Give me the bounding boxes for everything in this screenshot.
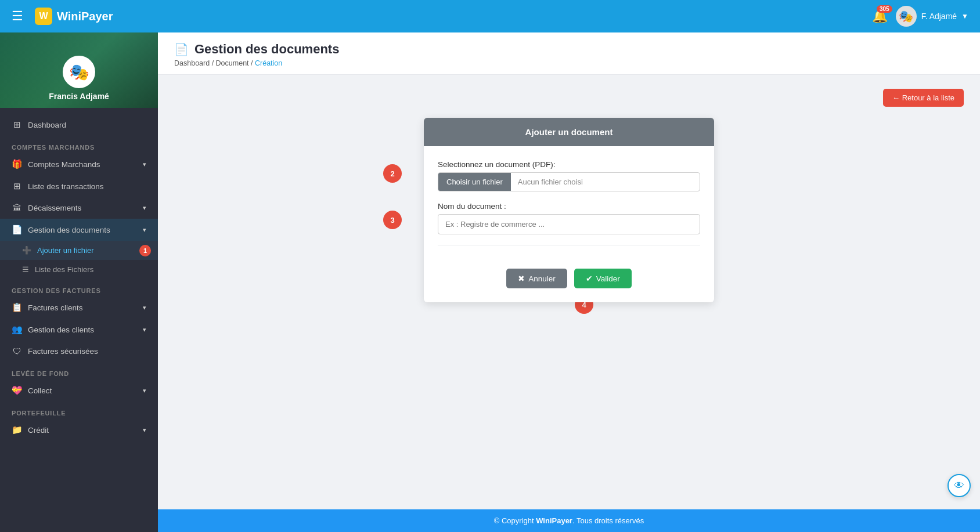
collect-icon: 💝 <box>12 385 22 396</box>
name-label: Nom du document : <box>438 202 700 211</box>
top-navigation: ☰ W WiniPayer 🔔 305 🎭 F. Adjamé ▼ <box>0 0 980 32</box>
sidebar-item-label: Décaissements <box>28 204 137 212</box>
validate-button[interactable]: ✔ Valider <box>574 269 632 288</box>
sidebar-item-comptes-marchands[interactable]: 🎁 Comptes Marchands ▾ <box>0 153 158 175</box>
sidebar-item-dashboard[interactable]: ⊞ Dashboard <box>0 114 158 136</box>
sidebar-navigation: ⊞ Dashboard COMPTES MARCHANDS 🎁 Comptes … <box>0 108 158 532</box>
caret-icon: ▾ <box>143 426 146 434</box>
file-name-display: Aucun fichier choisi <box>511 173 700 191</box>
cancel-label: Annuler <box>528 274 556 283</box>
breadcrumb: Dashboard / Document / Création <box>174 59 964 67</box>
sidebar-username: Francis Adjamé <box>49 92 109 101</box>
transactions-icon: ⊞ <box>12 181 22 191</box>
document-name-input[interactable] <box>438 214 700 234</box>
content-body: ← Retour à la liste 2 3 4 Ajouter un doc… <box>158 75 980 509</box>
list-icon: ☰ <box>22 265 29 274</box>
footer-text: © Copyright WiniPayer. Tous droits réser… <box>494 516 644 525</box>
page-title: Gestion des documents <box>194 42 339 57</box>
breadcrumb-dashboard[interactable]: Dashboard <box>174 59 210 67</box>
notification-count: 305 <box>877 5 892 13</box>
factures-icon: 📋 <box>12 302 22 313</box>
sidebar-item-factures-securisees[interactable]: 🛡 Factures sécurisées <box>0 341 158 362</box>
sidebar-item-gestion-clients[interactable]: 👥 Gestion des clients ▾ <box>0 319 158 341</box>
page-title-icon: 📄 <box>174 42 189 56</box>
sidebar-item-factures-clients[interactable]: 📋 Factures clients ▾ <box>0 296 158 319</box>
sidebar-item-decaissements[interactable]: 🏛 Décaissements ▾ <box>0 197 158 219</box>
sidebar-item-label: Gestion des documents <box>28 226 137 234</box>
sidebar-item-label: Collect <box>28 386 137 395</box>
sidebar-item-gestion-documents[interactable]: 📄 Gestion des documents ▾ <box>0 219 158 241</box>
sidebar-avatar: 🎭 <box>63 56 95 88</box>
sidebar-item-collect[interactable]: 💝 Collect ▾ <box>0 379 158 401</box>
avatar: 🎭 <box>896 6 917 27</box>
footer-suffix: . Tous droits réservés <box>572 516 644 525</box>
caret-icon: ▾ <box>143 304 146 312</box>
secure-icon: 🛡 <box>12 346 22 356</box>
step-circle-3: 3 <box>383 211 402 229</box>
cancel-icon: ✖ <box>518 274 525 283</box>
caret-icon: ▾ <box>143 326 146 334</box>
page-header: 📄 Gestion des documents Dashboard / Docu… <box>158 32 980 75</box>
footer-brand: WiniPayer <box>536 516 572 525</box>
choose-file-button[interactable]: Choisir un fichier <box>438 173 511 191</box>
modal-footer: ✖ Annuler ✔ Valider <box>424 269 714 302</box>
sidebar-item-label: Comptes Marchands <box>28 160 137 169</box>
clients-icon: 👥 <box>12 324 22 335</box>
add-file-icon: ➕ <box>22 246 31 255</box>
cancel-button[interactable]: ✖ Annuler <box>506 269 567 288</box>
name-form-group: Nom du document : <box>438 202 700 234</box>
file-input-row: Choisir un fichier Aucun fichier choisi <box>438 172 700 191</box>
page-title-row: 📄 Gestion des documents <box>174 42 964 57</box>
modal-divider <box>438 245 700 245</box>
documents-icon: 📄 <box>12 225 22 235</box>
modal-title: Ajouter un document <box>525 127 613 137</box>
sidebar: 🎭 Francis Adjamé ⊞ Dashboard COMPTES MAR… <box>0 32 158 532</box>
breadcrumb-document[interactable]: Document <box>216 59 249 67</box>
user-name: F. Adjamé <box>921 12 957 21</box>
subitem-label: Ajouter un fichier <box>37 246 94 255</box>
topnav-left: ☰ W WiniPayer <box>12 8 113 25</box>
page-footer: © Copyright WiniPayer. Tous droits réser… <box>158 509 980 532</box>
dashboard-icon: ⊞ <box>12 120 22 130</box>
sidebar-item-transactions[interactable]: ⊞ Liste des transactions <box>0 175 158 197</box>
main-layout: 🎭 Francis Adjamé ⊞ Dashboard COMPTES MAR… <box>0 32 980 532</box>
content-area: 📄 Gestion des documents Dashboard / Docu… <box>158 32 980 532</box>
section-header-factures: GESTION DES FACTURES <box>0 279 158 296</box>
brand-logo: W WiniPayer <box>35 8 113 25</box>
modal-wrapper: 2 3 4 Ajouter un document Selectionnez u… <box>406 118 732 302</box>
chat-icon: 👁 <box>954 480 964 492</box>
subitem-label: Liste des Fichiers <box>35 265 93 274</box>
add-document-modal: Ajouter un document Selectionnez un docu… <box>424 118 714 302</box>
section-header-levee: LEVÉE DE FOND <box>0 362 158 379</box>
section-header-portefeuille: PORTEFEUILLE <box>0 401 158 419</box>
sidebar-item-label: Dashboard <box>28 121 146 129</box>
validate-label: Valider <box>596 274 620 283</box>
brand-icon: W <box>35 8 52 25</box>
step-circle-2: 2 <box>383 164 402 183</box>
sidebar-subitem-ajouter-fichier[interactable]: ➕ Ajouter un fichier 1 <box>0 241 158 260</box>
sidebar-item-label: Factures clients <box>28 303 137 312</box>
footer-copyright: © Copyright <box>494 516 536 525</box>
user-caret-icon: ▼ <box>961 12 968 20</box>
caret-icon: ▾ <box>143 226 146 234</box>
file-form-group: Selectionnez un document (PDF): Choisir … <box>438 160 700 191</box>
sidebar-subitem-liste-fichiers[interactable]: ☰ Liste des Fichiers <box>0 260 158 279</box>
hamburger-menu[interactable]: ☰ <box>12 9 23 24</box>
breadcrumb-creation: Création <box>255 59 282 67</box>
check-icon: ✔ <box>586 274 593 283</box>
sidebar-item-label: Liste des transactions <box>28 182 146 191</box>
back-to-list-button[interactable]: ← Retour à la liste <box>883 89 964 107</box>
decaissements-icon: 🏛 <box>12 203 22 213</box>
sidebar-item-label: Factures sécurisées <box>28 347 146 356</box>
file-label: Selectionnez un document (PDF): <box>438 160 700 169</box>
step-badge-1: 1 <box>139 245 151 256</box>
chat-bubble[interactable]: 👁 <box>947 474 971 497</box>
caret-icon: ▾ <box>143 204 146 212</box>
notification-bell[interactable]: 🔔 305 <box>872 9 888 24</box>
caret-icon: ▾ <box>143 161 146 168</box>
user-menu[interactable]: 🎭 F. Adjamé ▼ <box>896 6 968 27</box>
brand-name: WiniPayer <box>57 10 113 23</box>
sidebar-item-credit[interactable]: 📁 Crédit ▾ <box>0 419 158 441</box>
section-header-comptes: COMPTES MARCHANDS <box>0 136 158 153</box>
sidebar-item-label: Gestion des clients <box>28 325 137 334</box>
